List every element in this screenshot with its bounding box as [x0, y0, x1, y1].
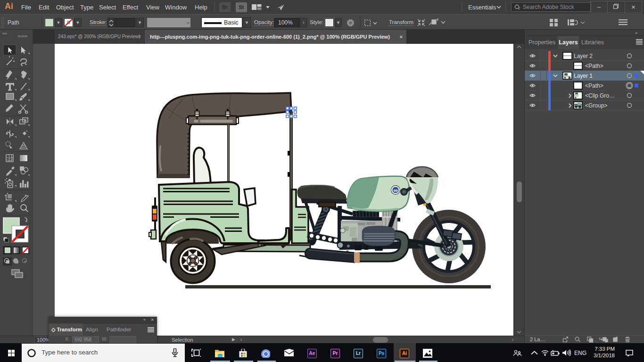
svg-text:<Path>: <Path>: [585, 63, 603, 69]
svg-text:Layer 1: Layer 1: [574, 73, 593, 79]
svg-text:<Group>: <Group>: [585, 102, 607, 109]
svg-text:99: 99: [394, 189, 398, 193]
svg-text:<Clip Gro…: <Clip Gro…: [585, 92, 615, 99]
svg-text:««: ««: [2, 31, 7, 36]
svg-text:Layer 2: Layer 2: [574, 53, 593, 59]
svg-text:<Path>: <Path>: [585, 82, 603, 89]
